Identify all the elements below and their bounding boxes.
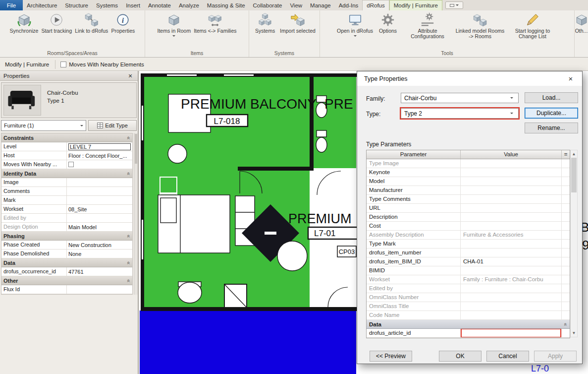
param-value[interactable] <box>461 186 562 194</box>
room-tag-l7-01[interactable]: L7-01 <box>314 229 335 238</box>
type-dropdown[interactable]: Type 2 <box>401 108 519 119</box>
ribbon-button-synchronize[interactable]: Synchronize <box>8 11 40 35</box>
param-value[interactable] <box>67 214 132 222</box>
preview-button[interactable]: << Preview <box>370 351 412 362</box>
ribbon-button-linked-model-rooms-rooms[interactable]: Linked model Rooms -> Rooms <box>454 11 506 40</box>
ribbon-tab-manage[interactable]: Manage <box>306 0 335 10</box>
param-value[interactable] <box>461 222 562 230</box>
param-value[interactable] <box>461 177 562 186</box>
selection-filter-dropdown[interactable]: Furniture (1) <box>1 120 86 131</box>
props-section-data[interactable]: Data« <box>1 258 132 267</box>
dialog-section-data[interactable]: Data« <box>367 320 570 329</box>
ribbon-tab-systems[interactable]: Systems <box>92 0 122 10</box>
rename-button[interactable]: Rename... <box>525 123 578 133</box>
ribbon-display-toggle[interactable] <box>445 1 463 9</box>
duplicate-button[interactable]: Duplicate... <box>525 108 578 119</box>
ribbon-button-open-in-drofus[interactable]: Open in dRofus <box>335 11 374 39</box>
ribbon-button-systems[interactable]: Systems <box>252 11 278 35</box>
param-value[interactable] <box>461 302 562 311</box>
checkbox[interactable] <box>68 162 74 167</box>
close-icon[interactable]: × <box>563 71 578 86</box>
collapse-chevron-icon[interactable]: « <box>126 279 132 282</box>
ribbon-tab-annotate[interactable]: Annotate <box>144 0 175 10</box>
value-edit-box[interactable]: LEVEL 7 <box>68 143 131 150</box>
family-dropdown[interactable]: Chair-Corbu <box>401 93 519 103</box>
room-tag-l7-018[interactable]: L7-018 <box>214 117 240 126</box>
ribbon-button-attribute-configurations[interactable]: Attribute Configurations <box>401 11 454 40</box>
scroll-up-icon[interactable]: ▲ <box>571 150 577 158</box>
properties-scrollbar[interactable] <box>134 133 138 295</box>
param-value[interactable] <box>461 159 562 168</box>
param-value[interactable] <box>461 311 562 319</box>
param-value[interactable] <box>67 178 132 187</box>
properties-title-bar[interactable]: Properties × <box>0 71 138 81</box>
param-value[interactable] <box>461 293 562 302</box>
collapse-chevron-icon[interactable]: « <box>126 136 132 139</box>
param-value[interactable]: Furniture & Accessories <box>461 231 562 239</box>
room-label-premium[interactable]: PREMIUM <box>288 211 352 226</box>
props-section-constraints[interactable]: Constraints« <box>1 133 132 142</box>
ribbon-tab-massing-site[interactable]: Massing & Site <box>203 0 249 10</box>
close-icon[interactable]: × <box>126 72 134 80</box>
param-value[interactable] <box>67 196 132 204</box>
ribbon-tab-insert[interactable]: Insert <box>122 0 144 10</box>
collapse-chevron-icon[interactable]: « <box>126 172 132 175</box>
room-label-pre[interactable]: PRE <box>324 96 353 112</box>
ribbon-button-properties[interactable]: iProperties <box>109 11 136 35</box>
ribbon-tab-add-ins[interactable]: Add-Ins <box>335 0 363 10</box>
param-value[interactable] <box>461 266 562 275</box>
apply-button[interactable]: Apply <box>534 351 577 362</box>
component-tag-cp03[interactable]: CP03 <box>339 248 355 255</box>
param-value[interactable] <box>67 187 132 195</box>
param-value[interactable] <box>461 204 562 212</box>
table-scrollbar[interactable]: ▲ ▼ <box>570 150 578 337</box>
param-value[interactable]: New Construction <box>67 241 132 249</box>
param-value[interactable]: Family : Furniture : Chair-Corbu <box>461 275 562 284</box>
ribbon-tab-view[interactable]: View <box>286 0 306 10</box>
ribbon-tab-architecture[interactable]: Architecture <box>23 0 61 10</box>
param-value[interactable]: 47761 <box>67 267 132 276</box>
dialog-title-bar[interactable]: Type Properties × <box>357 71 582 86</box>
param-value[interactable]: Floor : Concept Floor_... <box>67 151 132 160</box>
collapse-chevron-icon[interactable]: « <box>126 261 132 264</box>
ribbon-tab-analyze[interactable]: Analyze <box>175 0 203 10</box>
param-value[interactable]: None <box>67 249 132 258</box>
edit-type-button[interactable]: Edit Type <box>88 120 137 131</box>
ribbon-tab-collaborate[interactable]: Collaborate <box>249 0 286 10</box>
ribbon-button-start-tracking[interactable]: Start tracking <box>40 11 73 35</box>
param-value[interactable] <box>461 168 562 177</box>
mass-element-blue[interactable] <box>140 311 356 374</box>
file-tab[interactable]: File <box>0 0 23 10</box>
scrollbar-thumb[interactable] <box>135 134 137 164</box>
ribbon-button-items-families[interactable]: Items <-> Families <box>192 11 238 35</box>
props-section-other[interactable]: Other« <box>1 276 132 285</box>
param-value[interactable] <box>461 240 562 248</box>
scroll-down-icon[interactable]: ▼ <box>571 329 577 337</box>
ribbon-button-start-logging-to-change-list[interactable]: Start logging to Change List <box>506 11 559 40</box>
param-value[interactable] <box>461 284 562 293</box>
param-value[interactable] <box>461 329 562 337</box>
param-value[interactable]: CHA-01 <box>461 257 562 266</box>
room-right[interactable] <box>314 77 356 168</box>
param-value[interactable]: 08_Site <box>67 205 132 213</box>
cancel-button[interactable]: Cancel <box>486 351 529 362</box>
ribbon-button-items-in-room[interactable]: Items in Room <box>156 11 192 39</box>
param-value[interactable] <box>461 195 562 203</box>
ribbon-tab-structure[interactable]: Structure <box>61 0 92 10</box>
collapse-chevron-icon[interactable]: « <box>563 322 569 325</box>
param-value[interactable]: Main Model <box>67 223 132 231</box>
moves-with-nearby-checkbox[interactable] <box>60 62 66 67</box>
param-value[interactable] <box>67 160 132 169</box>
ribbon-tab-modify-furniture[interactable]: Modify | Furniture <box>389 0 442 10</box>
props-section-phasing[interactable]: Phasing« <box>1 232 132 241</box>
ribbon-tab-drofus[interactable]: dRofus <box>362 0 389 10</box>
room-label-premium-balcony[interactable]: PREMIUM BALCONY <box>181 96 317 112</box>
param-value[interactable]: LEVEL 7 <box>67 142 132 151</box>
collapse-chevron-icon[interactable]: « <box>126 234 132 237</box>
param-value[interactable] <box>67 285 132 294</box>
ribbon-button-link-to-drofus[interactable]: Link to dRofus <box>73 11 109 35</box>
ribbon-button-options[interactable]: Options <box>374 11 401 35</box>
props-section-identity-data[interactable]: Identity Data« <box>1 169 132 178</box>
param-value[interactable] <box>461 213 562 221</box>
param-value[interactable] <box>461 249 562 257</box>
